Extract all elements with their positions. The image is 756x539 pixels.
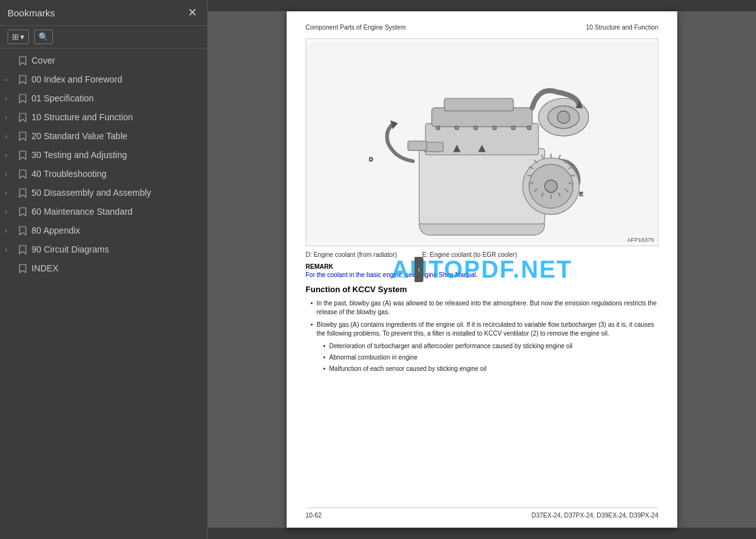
sidebar-item-60[interactable]: ›60 Maintenance Standard: [0, 202, 207, 221]
sidebar-title: Bookmarks: [8, 8, 55, 18]
sidebar-item-label-90: 90 Circuit Diagrams: [32, 244, 201, 254]
chevron-icon-60: ›: [5, 208, 14, 215]
function-title: Function of KCCV System: [306, 285, 658, 294]
page-header: Component Parts of Engine System 10 Stru…: [306, 24, 658, 31]
chevron-icon-30: ›: [5, 151, 14, 159]
sidebar-item-label-10: 10 Structure and Function: [32, 112, 201, 122]
header-right: 10 Structure and Function: [586, 24, 658, 31]
bookmark-icon-90: [18, 245, 28, 254]
footer-page-number: 10-62: [306, 512, 322, 519]
bookmark-icon-01: [18, 94, 28, 103]
svg-point-35: [474, 126, 478, 130]
sidebar-item-01[interactable]: ›01 Specification: [0, 89, 207, 108]
chevron-icon-50: ›: [5, 189, 14, 196]
svg-point-38: [527, 126, 531, 130]
sidebar-items-list: ›Cover›00 Index and Foreword›01 Specific…: [0, 48, 207, 539]
sidebar-item-80[interactable]: ›80 Appendix: [0, 221, 207, 240]
sub-bullet-item-3: Malfunction of each sensor caused by sti…: [306, 365, 658, 373]
engine-diagram: D E: [306, 38, 658, 246]
remark-section: REMARK For the coolant in the basic engi…: [306, 263, 658, 278]
image-reference: AFP16379: [627, 237, 654, 243]
svg-point-36: [493, 126, 496, 130]
svg-text:D: D: [369, 156, 374, 162]
sidebar-item-label-20: 20 Standard Value Table: [32, 131, 201, 141]
sidebar-item-label-60: 60 Maintenance Standard: [32, 207, 201, 217]
chevron-icon-40: ›: [5, 170, 14, 178]
remark-label: REMARK: [306, 263, 658, 270]
svg-point-33: [436, 126, 440, 130]
sidebar-item-label-50: 50 Disassembly and Assembly: [32, 188, 201, 198]
bookmark-list-icon: ⊞: [12, 32, 19, 42]
bookmark-icon-10: [18, 113, 28, 122]
sidebar-item-30[interactable]: ›30 Testing and Adjusting: [0, 145, 207, 164]
footer-model-numbers: D37EX-24, D37PX-24, D39EX-24, D39PX-24: [532, 512, 658, 519]
sidebar-item-label-00: 00 Index and Foreword: [32, 74, 201, 84]
sidebar-item-label-30: 30 Testing and Adjusting: [32, 150, 201, 160]
bookmark-icon-40: [18, 169, 28, 179]
image-captions: D: Engine coolant (from radiator) E: Eng…: [306, 251, 658, 258]
chevron-icon-10: ›: [5, 113, 14, 121]
bookmark-search-button[interactable]: 🔍: [34, 30, 53, 44]
bookmark-icon-20: [18, 132, 28, 141]
sidebar-item-00[interactable]: ›00 Index and Foreword: [0, 70, 207, 89]
sub-bullet-item-1: Deterioration of turbocharger and afterc…: [306, 342, 658, 351]
chevron-icon-90: ›: [5, 246, 14, 253]
chevron-down-icon: ▾: [20, 32, 25, 42]
bullet-item-1: In the past, blowby gas (A) was allowed …: [306, 299, 658, 317]
bookmark-view-button[interactable]: ⊞ ▾: [8, 30, 29, 44]
main-content: Component Parts of Engine System 10 Stru…: [208, 11, 756, 528]
sidebar: Bookmarks ✕ ⊞ ▾ 🔍 ›Cover›00 Index and Fo…: [0, 0, 208, 539]
sidebar-item-90[interactable]: ›90 Circuit Diagrams: [0, 240, 207, 259]
header-left: Component Parts of Engine System: [306, 24, 406, 31]
sidebar-header: Bookmarks ✕: [0, 0, 207, 26]
sidebar-item-10[interactable]: ›10 Structure and Function: [0, 108, 207, 127]
page-document: Component Parts of Engine System 10 Stru…: [287, 11, 677, 528]
collapse-panel-button[interactable]: ‹: [415, 257, 423, 282]
svg-text:E: E: [579, 191, 583, 197]
svg-rect-41: [444, 98, 513, 111]
bookmark-icon-30: [18, 150, 28, 160]
chevron-icon-00: ›: [5, 76, 14, 83]
sub-bullet-item-2: Abnormal combustion in engine: [306, 353, 658, 362]
page-footer: 10-62 D37EX-24, D37PX-24, D39EX-24, D39P…: [306, 508, 658, 519]
chevron-icon-20: ›: [5, 132, 14, 140]
bookmark-icon-60: [18, 207, 28, 217]
sidebar-item-cover[interactable]: ›Cover: [0, 51, 207, 70]
sidebar-item-40[interactable]: ›40 Troubleshooting: [0, 164, 207, 183]
svg-point-14: [545, 180, 558, 193]
bullet-list: In the past, blowby gas (A) was allowed …: [306, 299, 658, 373]
close-button[interactable]: ✕: [185, 5, 200, 20]
search-icon: 🔍: [38, 32, 49, 42]
sidebar-item-20[interactable]: ›20 Standard Value Table: [0, 127, 207, 145]
caption-e: E: Engine coolant (to EGR cooler): [422, 251, 517, 258]
chevron-icon-01: ›: [5, 94, 14, 102]
bookmark-icon-cover: [18, 56, 28, 65]
sidebar-toolbar: ⊞ ▾ 🔍: [0, 26, 207, 48]
bookmark-icon-00: [18, 75, 28, 84]
sidebar-item-index[interactable]: ›INDEX: [0, 259, 207, 278]
bookmark-icon-index: [18, 264, 28, 273]
caption-d: D: Engine coolant (from radiator): [306, 251, 397, 258]
sidebar-item-50[interactable]: ›50 Disassembly and Assembly: [0, 183, 207, 202]
svg-point-37: [512, 126, 515, 130]
sidebar-item-label-index: INDEX: [32, 263, 201, 273]
svg-rect-32: [408, 141, 427, 150]
svg-point-6: [558, 111, 570, 123]
sidebar-item-label-01: 01 Specification: [32, 93, 201, 103]
bookmark-icon-80: [18, 226, 28, 235]
chevron-icon-80: ›: [5, 227, 14, 234]
sidebar-item-label-80: 80 Appendix: [32, 225, 201, 235]
sidebar-item-label-cover: Cover: [32, 55, 201, 65]
sidebar-item-label-40: 40 Troubleshooting: [32, 169, 201, 179]
bullet-item-2: Blowby gas (A) contains ingredients of t…: [306, 321, 658, 338]
svg-point-34: [455, 126, 459, 130]
bookmark-icon-50: [18, 188, 28, 198]
remark-text: For the coolant in the basic engine, see…: [306, 271, 658, 278]
